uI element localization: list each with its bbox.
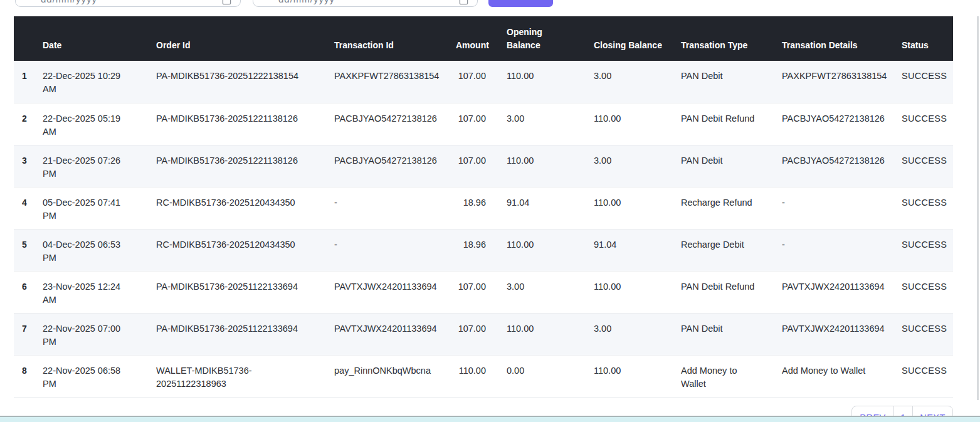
- cell-transaction-id: PACBJYAO54272138126: [334, 145, 456, 187]
- from-date-placeholder: dd/mm/yyyy: [41, 0, 97, 4]
- cell-opening-balance: 91.04: [507, 187, 594, 229]
- table-row: 8 22-Nov-2025 06:58 PM WALLET-MDIKB51736…: [14, 355, 953, 397]
- cell-transaction-id: PACBJYAO54272138126: [334, 103, 456, 145]
- row-number: 5: [14, 229, 43, 271]
- table-row: 1 22-Dec-2025 10:29 AM PA-MDIKB51736-202…: [14, 61, 953, 103]
- transactions-table: Date Order Id Transaction Id Amount Open…: [14, 16, 953, 398]
- cell-order-id: PA-MDIKB51736-20251222138154: [156, 61, 334, 103]
- cell-opening-balance: 3.00: [507, 103, 594, 145]
- cell-date: 22-Nov-2025 07:00 PM: [43, 313, 156, 355]
- cell-closing-balance: 110.00: [594, 187, 681, 229]
- cell-amount: 18.96: [456, 229, 507, 271]
- status-badge: SUCCESS: [902, 313, 953, 355]
- status-badge: SUCCESS: [902, 187, 953, 229]
- cell-transation-details: -: [782, 187, 902, 229]
- column-header-transation-type: Transation Type: [681, 16, 782, 61]
- table-row: 7 22-Nov-2025 07:00 PM PA-MDIKB51736-202…: [14, 313, 953, 355]
- table-header: Date Order Id Transaction Id Amount Open…: [14, 16, 953, 61]
- cell-order-id: RC-MDIKB51736-2025120434350: [156, 229, 334, 271]
- status-badge: SUCCESS: [902, 355, 953, 397]
- cell-transation-details: PACBJYAO54272138126: [782, 145, 902, 187]
- cell-transation-details: PAVTXJWX24201133694: [782, 313, 902, 355]
- cell-transation-details: Add Money to Wallet: [782, 355, 902, 397]
- table-row: 2 22-Dec-2025 05:19 AM PA-MDIKB51736-202…: [14, 103, 953, 145]
- cell-transation-details: PAXKPFWT27863138154: [782, 61, 902, 103]
- calendar-icon[interactable]: [459, 0, 468, 5]
- cell-transation-type: PAN Debit: [681, 61, 782, 103]
- cell-amount: 107.00: [456, 313, 507, 355]
- cell-transation-details: PACBJYAO54272138126: [782, 103, 902, 145]
- cell-order-id: PA-MDIKB51736-20251221138126: [156, 103, 334, 145]
- cell-date: 22-Dec-2025 10:29 AM: [43, 61, 156, 103]
- row-number: 7: [14, 313, 43, 355]
- row-number: 4: [14, 187, 43, 229]
- table-row: 4 05-Dec-2025 07:41 PM RC-MDIKB51736-202…: [14, 187, 953, 229]
- row-number: 6: [14, 271, 43, 313]
- cell-transaction-id: PAXKPFWT27863138154: [334, 61, 456, 103]
- table-row: 6 23-Nov-2025 12:24 AM PA-MDIKB51736-202…: [14, 271, 953, 313]
- cell-transaction-id: -: [334, 229, 456, 271]
- cell-transation-type: Recharge Refund: [681, 187, 782, 229]
- cell-closing-balance: 3.00: [594, 313, 681, 355]
- cell-opening-balance: 0.00: [507, 355, 594, 397]
- search-button[interactable]: [488, 0, 553, 7]
- cell-date: 21-Dec-2025 07:26 PM: [43, 145, 156, 187]
- table-row: 5 04-Dec-2025 06:53 PM RC-MDIKB51736-202…: [14, 229, 953, 271]
- cell-order-id: PA-MDIKB51736-20251122133694: [156, 271, 334, 313]
- status-badge: SUCCESS: [902, 145, 953, 187]
- table-body: 1 22-Dec-2025 10:29 AM PA-MDIKB51736-202…: [14, 61, 953, 397]
- cell-transaction-id: -: [334, 187, 456, 229]
- cell-date: 22-Dec-2025 05:19 AM: [43, 103, 156, 145]
- cell-closing-balance: 3.00: [594, 61, 681, 103]
- cell-transation-type: PAN Debit: [681, 313, 782, 355]
- cell-amount: 18.96: [456, 187, 507, 229]
- cell-transaction-id: PAVTXJWX24201133694: [334, 271, 456, 313]
- cell-closing-balance: 91.04: [594, 229, 681, 271]
- cell-order-id: RC-MDIKB51736-2025120434350: [156, 187, 334, 229]
- column-header-closing-balance: Closing Balance: [594, 16, 681, 61]
- cell-transation-type: Add Money to Wallet: [681, 355, 782, 397]
- calendar-icon[interactable]: [222, 0, 231, 5]
- column-header-status: Status: [902, 16, 953, 61]
- cell-opening-balance: 110.00: [507, 229, 594, 271]
- table-row: 3 21-Dec-2025 07:26 PM PA-MDIKB51736-202…: [14, 145, 953, 187]
- cell-opening-balance: 110.00: [507, 313, 594, 355]
- cell-order-id: WALLET-MDIKB51736-20251122318963: [156, 355, 334, 397]
- cell-amount: 107.00: [456, 61, 507, 103]
- column-header-order-id: Order Id: [156, 16, 334, 61]
- cell-opening-balance: 3.00: [507, 271, 594, 313]
- cell-transation-details: PAVTXJWX24201133694: [782, 271, 902, 313]
- status-badge: SUCCESS: [902, 229, 953, 271]
- column-header-date: Date: [43, 16, 156, 61]
- row-number: 3: [14, 145, 43, 187]
- cell-date: 04-Dec-2025 06:53 PM: [43, 229, 156, 271]
- status-badge: SUCCESS: [902, 61, 953, 103]
- cell-transation-type: Recharge Debit: [681, 229, 782, 271]
- to-date-input[interactable]: dd/mm/yyyy: [253, 0, 478, 7]
- from-date-input[interactable]: dd/mm/yyyy: [15, 0, 241, 7]
- cell-amount: 107.00: [456, 145, 507, 187]
- cell-transaction-id: pay_RinnONKbqWbcna: [334, 355, 456, 397]
- row-number: 8: [14, 355, 43, 397]
- cell-opening-balance: 110.00: [507, 145, 594, 187]
- cell-date: 05-Dec-2025 07:41 PM: [43, 187, 156, 229]
- cell-transation-details: -: [782, 229, 902, 271]
- cell-transation-type: PAN Debit Refund: [681, 103, 782, 145]
- cell-transation-type: PAN Debit: [681, 145, 782, 187]
- cell-date: 22-Nov-2025 06:58 PM: [43, 355, 156, 397]
- row-number: 1: [14, 61, 43, 103]
- cell-order-id: PA-MDIKB51736-20251221138126: [156, 145, 334, 187]
- cell-amount: 110.00: [456, 355, 507, 397]
- cell-closing-balance: 3.00: [594, 145, 681, 187]
- column-header-transation-details: Transation Details: [782, 16, 902, 61]
- cell-closing-balance: 110.00: [594, 355, 681, 397]
- scrollbar-track[interactable]: [977, 16, 979, 400]
- row-number: 2: [14, 103, 43, 145]
- cell-amount: 107.00: [456, 271, 507, 313]
- status-badge: SUCCESS: [902, 103, 953, 145]
- to-date-placeholder: dd/mm/yyyy: [278, 0, 335, 4]
- column-header-transaction-id: Transaction Id: [334, 16, 456, 61]
- bottom-scrollbar-bar[interactable]: [0, 416, 980, 422]
- column-header-opening-balance: Opening Balance: [507, 16, 594, 61]
- cell-closing-balance: 110.00: [594, 103, 681, 145]
